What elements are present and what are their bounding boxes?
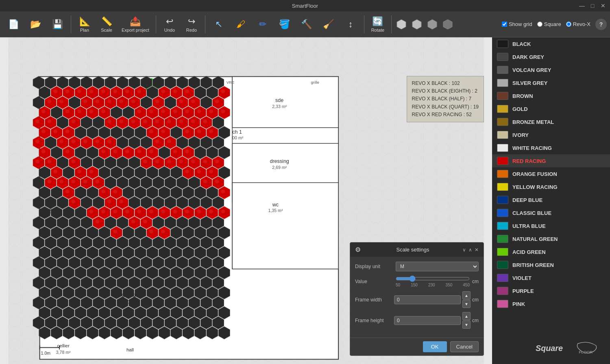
square-radio-label[interactable]: Square	[537, 21, 561, 27]
save-button[interactable]: 💾	[47, 17, 68, 31]
color-item-ultra-blue[interactable]: ULTRA BLUE	[492, 219, 610, 232]
scale-button[interactable]: 📏 Scale	[96, 15, 117, 34]
shape-dark[interactable]	[441, 18, 454, 31]
color-item-violet[interactable]: VIOLET	[492, 271, 610, 284]
eraser-tool[interactable]: 🧹	[318, 17, 339, 31]
frame-height-up[interactable]: ▲	[462, 312, 471, 320]
dialog-collapse-btn[interactable]: ∨	[462, 247, 466, 253]
frame-width-down[interactable]: ▼	[462, 300, 471, 308]
color-label-violet: VIOLET	[512, 275, 532, 281]
svg-marker-2	[428, 20, 437, 29]
color-label-british-green: BRITISH GREEN	[512, 262, 554, 268]
rotate-button[interactable]: 🔄 Rotate	[368, 15, 388, 34]
revox-radio[interactable]	[566, 22, 571, 27]
slider-labels: 50 150 230 350 450	[396, 283, 470, 287]
scale-settings-dialog: ⚙ Scale settings ∨ ∧ ✕ Display unit M CM…	[350, 242, 484, 356]
color-item-brown[interactable]: BROWN	[492, 89, 610, 102]
select-tool[interactable]: ↖	[209, 17, 229, 31]
value-unit: cm	[472, 279, 479, 284]
color-label-pink: PINK	[512, 301, 525, 307]
color-label-gold: GOLD	[512, 106, 528, 112]
paint-tool[interactable]: 🖌	[231, 17, 251, 31]
move-tool[interactable]: ↕	[340, 17, 361, 31]
value-slider[interactable]	[396, 275, 470, 282]
color-label-white-racing: WHITE RACING	[512, 145, 552, 151]
color-item-ivory[interactable]: IVORY	[492, 128, 610, 141]
undo-icon: ↩	[166, 16, 173, 27]
canvas-area[interactable]: 1.0m sde 2,33 m² ch 1 00 m² dressing 2,6…	[0, 37, 492, 364]
redo-button[interactable]: ↪ Redo	[181, 15, 202, 34]
show-grid-label[interactable]: Show grid	[502, 21, 532, 27]
color-item-deep-blue[interactable]: DEEP BLUE	[492, 193, 610, 206]
color-item-red-racing[interactable]: RED RACING	[492, 154, 610, 167]
color-item-classic-blue[interactable]: CLASSIC BLUE	[492, 206, 610, 219]
color-item-acid-green[interactable]: ACID GREEN	[492, 245, 610, 258]
dialog-icon: ⚙	[355, 246, 361, 254]
color-label-red-racing: RED RACING	[512, 158, 546, 164]
cancel-button[interactable]: Cancel	[450, 341, 479, 352]
color-item-bronze-metal[interactable]: BRONZE METAL	[492, 115, 610, 128]
svg-text:hall: hall	[126, 347, 134, 352]
dialog-controls[interactable]: ∨ ∧ ✕	[462, 247, 479, 253]
ok-button[interactable]: OK	[423, 341, 447, 352]
color-swatch-orange-fusion	[497, 170, 508, 178]
shape-half[interactable]	[426, 18, 439, 31]
help-button[interactable]: ?	[595, 19, 607, 30]
new-button[interactable]: 📄	[3, 17, 24, 31]
color-item-yellow-racing[interactable]: YELLOW RACING	[492, 180, 610, 193]
display-unit-label: Display unit	[355, 264, 396, 269]
svg-text:VRE: VRE	[227, 80, 235, 84]
color-item-white-racing[interactable]: WHITE RACING	[492, 141, 610, 154]
revox-radio-label[interactable]: Revo-X	[566, 21, 590, 27]
redo-icon: ↪	[188, 16, 195, 27]
color-item-pink[interactable]: PINK	[492, 297, 610, 310]
svg-text:dressing: dressing	[270, 158, 289, 164]
title-bar: SmartFloor — □ ✕	[0, 0, 610, 11]
color-item-black[interactable]: BLACK	[492, 37, 610, 50]
color-label-black: BLACK	[512, 41, 531, 47]
export-button[interactable]: 📤 Export project	[118, 15, 152, 34]
show-grid-checkbox[interactable]	[502, 22, 507, 27]
color-item-purple[interactable]: PURPLE	[492, 284, 610, 297]
plan-button[interactable]: 📐 Plan	[74, 15, 95, 34]
color-item-silver-grey[interactable]: SILVER GREY	[492, 76, 610, 89]
color-swatch-white-racing	[497, 144, 508, 152]
maximize-btn[interactable]: □	[589, 2, 596, 9]
frame-height-input[interactable]	[394, 316, 461, 325]
window-controls[interactable]: — □ ✕	[578, 2, 607, 9]
color-swatch-black	[497, 40, 508, 48]
display-unit-select[interactable]: M CM MM FT IN	[396, 262, 479, 271]
stamp-tool[interactable]: 🔨	[296, 17, 317, 31]
scale-label: Scale	[101, 28, 112, 32]
color-item-natural-green[interactable]: NATURAL GREEN	[492, 232, 610, 245]
pencil-tool[interactable]: ✏	[253, 17, 273, 31]
square-radio[interactable]	[537, 22, 542, 27]
frame-height-unit: cm	[472, 318, 479, 323]
frame-width-input[interactable]	[394, 295, 461, 304]
color-item-british-green[interactable]: BRITISH GREEN	[492, 258, 610, 271]
frame-height-down[interactable]: ▼	[462, 321, 471, 329]
open-button[interactable]: 📂	[25, 17, 46, 31]
color-item-volcan-grey[interactable]: VOLCAN GREY	[492, 63, 610, 76]
info-line-5: REVO X RED RACING : 52	[412, 111, 479, 119]
minimize-btn[interactable]: —	[578, 2, 586, 9]
info-box: REVO X BLACK : 102 REVO X BLACK (EIGHTH)…	[407, 76, 484, 122]
dialog-expand-btn[interactable]: ∧	[468, 247, 472, 253]
color-item-orange-fusion[interactable]: ORANGE FUSION	[492, 167, 610, 180]
shape-full[interactable]	[395, 18, 408, 31]
frame-height-spinner[interactable]: ▲ ▼	[462, 312, 471, 329]
color-item-gold[interactable]: GOLD	[492, 102, 610, 115]
close-btn[interactable]: ✕	[599, 2, 607, 9]
color-label-acid-green: ACID GREEN	[512, 249, 546, 255]
color-label-dark-grey: DARK GREY	[512, 54, 544, 60]
color-label-purple: PURPLE	[512, 288, 534, 294]
bucket-tool[interactable]: 🪣	[274, 17, 295, 31]
undo-button[interactable]: ↩ Undo	[159, 15, 180, 34]
frame-width-up[interactable]: ▲	[462, 291, 471, 299]
square-text: Square	[544, 21, 561, 27]
frame-width-spinner[interactable]: ▲ ▼	[462, 291, 471, 308]
color-item-dark-grey[interactable]: DARK GREY	[492, 50, 610, 63]
dialog-close-btn[interactable]: ✕	[475, 247, 479, 253]
shape-light[interactable]	[410, 18, 423, 31]
svg-text:VRE: VRE	[48, 100, 52, 108]
